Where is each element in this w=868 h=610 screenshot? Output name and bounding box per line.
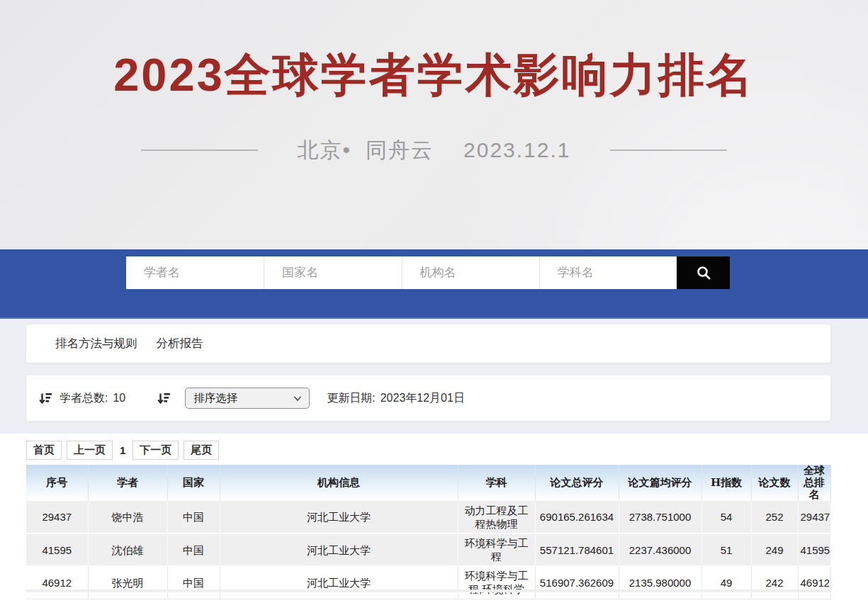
subtitle-date: 2023.12.1 — [463, 138, 570, 162]
cell-serial: 29437 — [26, 501, 88, 533]
total-scholars-label: 学者总数: — [60, 391, 108, 406]
cell-avg-score: 2237.436000 — [619, 533, 701, 566]
header-country: 国家 — [167, 465, 220, 501]
sort-select[interactable]: 排序选择 — [185, 388, 310, 409]
table-row: 46912 张光明 中国 河北工业大学 环境科学与工程,环境科学 516907.… — [26, 566, 830, 599]
cell-subject: 环境科学与工程 — [458, 533, 535, 566]
update-date-label: 更新日期: — [327, 392, 375, 404]
header-serial: 序号 — [26, 465, 88, 501]
table-row: 29437 饶中浩 中国 河北工业大学 动力工程及工程热物理 690165.26… — [26, 501, 830, 533]
total-scholars-value: 10 — [113, 392, 125, 405]
institution-name-input[interactable] — [402, 256, 539, 289]
cell-country: 中国 — [167, 533, 220, 566]
subtitle-right-line — [610, 149, 727, 151]
cell-global-rank: 41595 — [798, 533, 830, 566]
pagination: 首页 上一页 1 下一页 尾页 — [26, 441, 224, 460]
cell-institution: 河北工业大学 — [220, 533, 458, 566]
search-icon — [696, 265, 711, 281]
cell-h-index: 51 — [701, 533, 751, 566]
pagination-first-button[interactable]: 首页 — [26, 441, 62, 460]
content-band: 排名方法与规则 分析报告 学者总数: 10 — [0, 319, 868, 434]
subtitle-brand: 同舟云 — [366, 136, 434, 165]
cell-scholar: 饶中浩 — [88, 501, 167, 533]
stats-card: 学者总数: 10 排序选择 更 — [26, 375, 830, 421]
nav-link-analysis-report[interactable]: 分析报告 — [157, 336, 203, 351]
header-total-score: 论文总评分 — [535, 465, 619, 501]
header-paper-count: 论文数 — [751, 465, 798, 501]
cell-global-rank: 29437 — [798, 501, 830, 533]
sort-select-value: 排序选择 — [193, 391, 293, 406]
cell-global-rank: 46912 — [798, 566, 830, 599]
header-subject: 学科 — [458, 465, 535, 501]
scholar-name-input[interactable] — [126, 256, 264, 289]
cell-country: 中国 — [167, 501, 220, 533]
subtitle-location: 北京• — [298, 136, 352, 165]
header-h-index: H指数 — [701, 465, 751, 501]
pagination-next-button[interactable]: 下一页 — [133, 441, 179, 460]
header-global-rank: 全球总排名 — [798, 465, 830, 501]
pagination-last-button[interactable]: 尾页 — [184, 441, 219, 460]
chevron-down-icon — [293, 395, 302, 402]
cell-scholar: 沈伯雄 — [88, 533, 167, 566]
cell-paper-count: 252 — [751, 501, 798, 533]
cell-institution: 河北工业大学 — [220, 566, 458, 599]
banner-subtitle: 北京• 同舟云 2023.12.1 — [0, 135, 868, 166]
cell-paper-count: 242 — [751, 566, 798, 599]
search-button[interactable] — [677, 256, 730, 289]
search-box — [126, 256, 730, 289]
cell-subject: 动力工程及工程热物理 — [458, 501, 535, 533]
header-institution: 机构信息 — [220, 465, 458, 501]
header-avg-score: 论文篇均评分 — [619, 465, 701, 501]
country-name-input[interactable] — [264, 256, 401, 289]
banner: 2023全球学者学术影响力排名 北京• 同舟云 2023.12.1 — [0, 0, 868, 249]
cell-total-score: 516907.362609 — [535, 566, 619, 599]
table-header-row: 序号 学者 国家 机构信息 学科 论文总评分 论文篇均评分 H指数 论文数 全球… — [26, 465, 830, 501]
update-date-value: 2023年12月01日 — [381, 392, 465, 404]
nav-card: 排名方法与规则 分析报告 — [26, 324, 830, 363]
pagination-prev-button[interactable]: 上一页 — [67, 441, 113, 460]
cell-avg-score: 2135.980000 — [619, 566, 701, 599]
cell-subject: 环境科学与工程,环境科学 — [458, 566, 535, 599]
cell-country: 中国 — [167, 566, 220, 599]
page: 2023全球学者学术影响力排名 北京• 同舟云 2023.12.1 — [0, 0, 868, 610]
table-next-row-partial — [26, 589, 830, 592]
cell-serial: 41595 — [26, 533, 88, 566]
cell-institution: 河北工业大学 — [220, 501, 458, 533]
search-inputs — [126, 256, 677, 289]
update-date: 更新日期:2023年12月01日 — [327, 391, 465, 406]
cell-total-score: 690165.261634 — [535, 501, 619, 533]
subtitle-left-line — [141, 149, 258, 151]
cell-h-index: 54 — [701, 501, 751, 533]
cell-avg-score: 2738.751000 — [619, 501, 701, 533]
sort-amount-icon — [39, 392, 52, 405]
table-row: 41595 沈伯雄 中国 河北工业大学 环境科学与工程 557121.78460… — [26, 533, 830, 566]
pagination-current-page: 1 — [120, 444, 125, 456]
cell-h-index: 49 — [701, 566, 751, 599]
nav-link-ranking-rules[interactable]: 排名方法与规则 — [55, 336, 137, 351]
cell-serial: 46912 — [26, 566, 88, 599]
cell-total-score: 557121.784601 — [535, 533, 619, 566]
cell-paper-count: 249 — [751, 533, 798, 566]
header-scholar: 学者 — [88, 465, 167, 501]
sort-amount-icon — [157, 392, 171, 405]
ranking-table: 序号 学者 国家 机构信息 学科 论文总评分 论文篇均评分 H指数 论文数 全球… — [26, 465, 831, 599]
cell-scholar: 张光明 — [88, 566, 167, 599]
subject-name-input[interactable] — [539, 256, 677, 289]
page-title: 2023全球学者学术影响力排名 — [0, 44, 868, 106]
search-bar-section — [0, 249, 868, 319]
